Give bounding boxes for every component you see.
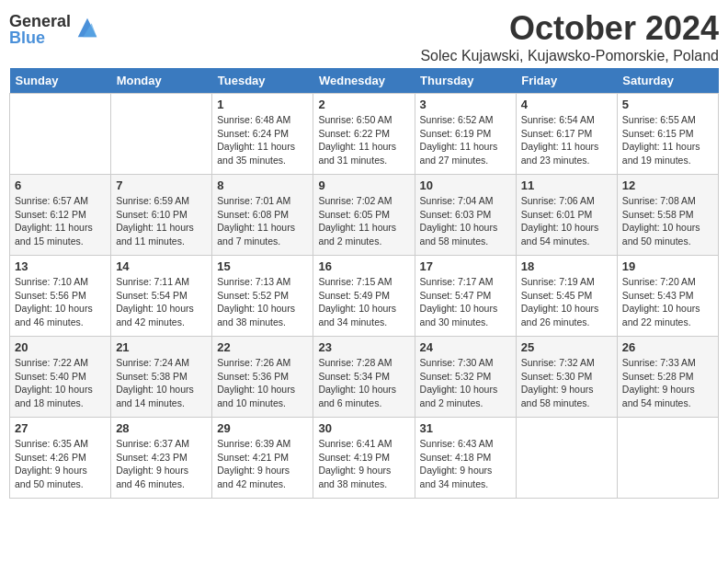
day-header-saturday: Saturday [617, 68, 718, 94]
day-number: 20 [15, 340, 106, 354]
day-header-friday: Friday [516, 68, 617, 94]
calendar-cell: 9Sunrise: 7:02 AM Sunset: 6:05 PM Daylig… [313, 175, 415, 256]
calendar-cell: 13Sunrise: 7:10 AM Sunset: 5:56 PM Dayli… [10, 256, 111, 337]
calendar-table: SundayMondayTuesdayWednesdayThursdayFrid… [9, 68, 719, 499]
day-number: 16 [318, 259, 409, 273]
day-number: 2 [318, 98, 409, 111]
day-info: Sunrise: 6:41 AM Sunset: 4:19 PM Dayligh… [318, 437, 409, 491]
day-number: 22 [217, 340, 308, 354]
day-number: 30 [318, 421, 409, 435]
day-info: Sunrise: 7:26 AM Sunset: 5:36 PM Dayligh… [217, 356, 308, 410]
day-header-monday: Monday [111, 68, 212, 94]
day-info: Sunrise: 7:30 AM Sunset: 5:32 PM Dayligh… [420, 356, 511, 410]
day-info: Sunrise: 7:32 AM Sunset: 5:30 PM Dayligh… [521, 356, 612, 410]
day-info: Sunrise: 7:02 AM Sunset: 6:05 PM Dayligh… [318, 194, 409, 248]
day-number: 24 [420, 340, 511, 354]
day-number: 3 [420, 98, 511, 111]
day-number: 29 [217, 421, 308, 435]
calendar-cell [10, 94, 111, 175]
day-info: Sunrise: 6:37 AM Sunset: 4:23 PM Dayligh… [116, 437, 207, 491]
day-info: Sunrise: 7:04 AM Sunset: 6:03 PM Dayligh… [420, 194, 511, 248]
calendar-cell: 17Sunrise: 7:17 AM Sunset: 5:47 PM Dayli… [415, 256, 516, 337]
logo: General Blue [9, 13, 100, 46]
day-number: 4 [521, 98, 612, 111]
calendar-cell: 1Sunrise: 6:48 AM Sunset: 6:24 PM Daylig… [212, 94, 313, 175]
calendar-cell: 26Sunrise: 7:33 AM Sunset: 5:28 PM Dayli… [617, 337, 718, 418]
day-info: Sunrise: 7:22 AM Sunset: 5:40 PM Dayligh… [15, 356, 106, 410]
calendar-cell: 28Sunrise: 6:37 AM Sunset: 4:23 PM Dayli… [111, 418, 212, 499]
calendar-cell: 23Sunrise: 7:28 AM Sunset: 5:34 PM Dayli… [313, 337, 415, 418]
day-number: 10 [420, 178, 511, 192]
calendar-week-row: 6Sunrise: 6:57 AM Sunset: 6:12 PM Daylig… [10, 175, 719, 256]
day-info: Sunrise: 6:50 AM Sunset: 6:22 PM Dayligh… [318, 113, 409, 167]
calendar-cell: 18Sunrise: 7:19 AM Sunset: 5:45 PM Dayli… [516, 256, 617, 337]
calendar-cell [617, 418, 718, 499]
calendar-week-row: 20Sunrise: 7:22 AM Sunset: 5:40 PM Dayli… [10, 337, 719, 418]
day-info: Sunrise: 7:28 AM Sunset: 5:34 PM Dayligh… [318, 356, 409, 410]
day-number: 6 [15, 178, 106, 192]
day-number: 11 [521, 178, 612, 192]
day-number: 17 [420, 259, 511, 273]
calendar-cell: 5Sunrise: 6:55 AM Sunset: 6:15 PM Daylig… [617, 94, 718, 175]
day-number: 21 [116, 340, 207, 354]
calendar-cell: 16Sunrise: 7:15 AM Sunset: 5:49 PM Dayli… [313, 256, 415, 337]
day-header-wednesday: Wednesday [313, 68, 415, 94]
day-header-thursday: Thursday [415, 68, 516, 94]
day-number: 27 [15, 421, 106, 435]
calendar-cell: 29Sunrise: 6:39 AM Sunset: 4:21 PM Dayli… [212, 418, 313, 499]
page-header: General Blue October 2024 Solec Kujawski… [9, 9, 719, 64]
calendar-cell: 4Sunrise: 6:54 AM Sunset: 6:17 PM Daylig… [516, 94, 617, 175]
calendar-cell: 25Sunrise: 7:32 AM Sunset: 5:30 PM Dayli… [516, 337, 617, 418]
day-info: Sunrise: 7:33 AM Sunset: 5:28 PM Dayligh… [622, 356, 713, 410]
day-header-sunday: Sunday [10, 68, 111, 94]
calendar-cell: 24Sunrise: 7:30 AM Sunset: 5:32 PM Dayli… [415, 337, 516, 418]
day-number: 26 [622, 340, 713, 354]
day-header-tuesday: Tuesday [212, 68, 313, 94]
day-number: 15 [217, 259, 308, 273]
month-title: October 2024 [420, 9, 719, 48]
day-info: Sunrise: 7:08 AM Sunset: 5:58 PM Dayligh… [622, 194, 713, 248]
day-number: 5 [622, 98, 713, 111]
calendar-cell [111, 94, 212, 175]
day-info: Sunrise: 6:43 AM Sunset: 4:18 PM Dayligh… [420, 437, 511, 491]
logo-icon [74, 15, 100, 40]
day-number: 25 [521, 340, 612, 354]
day-number: 28 [116, 421, 207, 435]
day-number: 19 [622, 259, 713, 273]
day-info: Sunrise: 6:54 AM Sunset: 6:17 PM Dayligh… [521, 113, 612, 167]
day-info: Sunrise: 7:24 AM Sunset: 5:38 PM Dayligh… [116, 356, 207, 410]
calendar-cell: 22Sunrise: 7:26 AM Sunset: 5:36 PM Dayli… [212, 337, 313, 418]
calendar-cell: 3Sunrise: 6:52 AM Sunset: 6:19 PM Daylig… [415, 94, 516, 175]
calendar-cell: 7Sunrise: 6:59 AM Sunset: 6:10 PM Daylig… [111, 175, 212, 256]
calendar-cell: 6Sunrise: 6:57 AM Sunset: 6:12 PM Daylig… [10, 175, 111, 256]
day-info: Sunrise: 6:48 AM Sunset: 6:24 PM Dayligh… [217, 113, 308, 167]
calendar-cell [516, 418, 617, 499]
day-info: Sunrise: 6:52 AM Sunset: 6:19 PM Dayligh… [420, 113, 511, 167]
day-info: Sunrise: 7:13 AM Sunset: 5:52 PM Dayligh… [217, 275, 308, 329]
day-info: Sunrise: 7:15 AM Sunset: 5:49 PM Dayligh… [318, 275, 409, 329]
location-subtitle: Solec Kujawski, Kujawsko-Pomorskie, Pola… [420, 48, 719, 64]
day-number: 7 [116, 178, 207, 192]
day-number: 31 [420, 421, 511, 435]
calendar-cell: 27Sunrise: 6:35 AM Sunset: 4:26 PM Dayli… [10, 418, 111, 499]
day-info: Sunrise: 6:39 AM Sunset: 4:21 PM Dayligh… [217, 437, 308, 491]
logo-general-text: General [9, 13, 71, 29]
calendar-cell: 12Sunrise: 7:08 AM Sunset: 5:58 PM Dayli… [617, 175, 718, 256]
day-number: 12 [622, 178, 713, 192]
day-info: Sunrise: 6:55 AM Sunset: 6:15 PM Dayligh… [622, 113, 713, 167]
calendar-cell: 8Sunrise: 7:01 AM Sunset: 6:08 PM Daylig… [212, 175, 313, 256]
day-number: 23 [318, 340, 409, 354]
calendar-cell: 11Sunrise: 7:06 AM Sunset: 6:01 PM Dayli… [516, 175, 617, 256]
day-info: Sunrise: 7:10 AM Sunset: 5:56 PM Dayligh… [15, 275, 106, 329]
day-info: Sunrise: 6:57 AM Sunset: 6:12 PM Dayligh… [15, 194, 106, 248]
day-number: 9 [318, 178, 409, 192]
calendar-cell: 19Sunrise: 7:20 AM Sunset: 5:43 PM Dayli… [617, 256, 718, 337]
day-number: 18 [521, 259, 612, 273]
calendar-cell: 14Sunrise: 7:11 AM Sunset: 5:54 PM Dayli… [111, 256, 212, 337]
day-info: Sunrise: 7:06 AM Sunset: 6:01 PM Dayligh… [521, 194, 612, 248]
day-number: 8 [217, 178, 308, 192]
calendar-cell: 21Sunrise: 7:24 AM Sunset: 5:38 PM Dayli… [111, 337, 212, 418]
calendar-cell: 15Sunrise: 7:13 AM Sunset: 5:52 PM Dayli… [212, 256, 313, 337]
day-info: Sunrise: 7:01 AM Sunset: 6:08 PM Dayligh… [217, 194, 308, 248]
calendar-week-row: 27Sunrise: 6:35 AM Sunset: 4:26 PM Dayli… [10, 418, 719, 499]
